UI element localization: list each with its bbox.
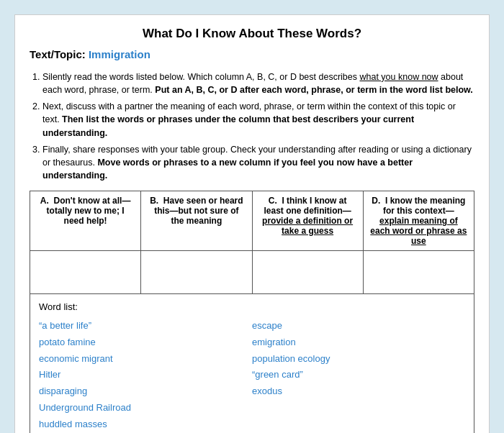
word-item: disparaging bbox=[39, 383, 252, 400]
topic-value: Immigration bbox=[89, 48, 150, 60]
instruction-3: Finally, share responses with your table… bbox=[42, 143, 474, 182]
word-item: “a better life” bbox=[39, 318, 252, 334]
word-col-1: “a better life”potato famineeconomic mig… bbox=[39, 318, 252, 432]
word-list-columns: “a better life”potato famineeconomic mig… bbox=[39, 318, 465, 432]
instruction-2: Next, discuss with a partner the meaning… bbox=[42, 100, 474, 139]
word-item: huddled masses bbox=[39, 416, 252, 433]
col-a-header: A. Don't know at all—totally new to me; … bbox=[30, 191, 141, 251]
word-list-section: Word list: “a better life”potato faminee… bbox=[30, 294, 474, 433]
topic-line: Text/Topic: Immigration bbox=[30, 48, 474, 60]
word-item: Underground Railroad bbox=[39, 400, 252, 416]
col-d-header: D. I know the meaning for this context—e… bbox=[363, 191, 474, 251]
table-header-row: A. Don't know at all—totally new to me; … bbox=[30, 191, 474, 251]
knowledge-table: A. Don't know at all—totally new to me; … bbox=[30, 191, 474, 294]
topic-label: Text/Topic: bbox=[30, 48, 86, 60]
word-item: emigration bbox=[252, 334, 465, 351]
col-b-header: B. Have seen or heard this—but not sure … bbox=[141, 191, 252, 251]
instructions: Silently read the words listed below. Wh… bbox=[30, 70, 474, 182]
col-c-header: C. I think I know at least one definitio… bbox=[252, 191, 363, 251]
word-item: economic migrant bbox=[39, 351, 252, 368]
col-c-cell bbox=[252, 251, 363, 294]
word-item: escape bbox=[252, 318, 465, 334]
table-empty-row bbox=[30, 251, 474, 294]
word-item: potato famine bbox=[39, 334, 252, 351]
word-list-label: Word list: bbox=[39, 301, 465, 312]
word-item: “green card” bbox=[252, 367, 465, 383]
col-d-cell bbox=[363, 251, 474, 294]
col-b-cell bbox=[141, 251, 252, 294]
main-container: What Do I Know About These Words? Text/T… bbox=[14, 14, 490, 433]
page-title: What Do I Know About These Words? bbox=[30, 27, 474, 41]
word-item: exodus bbox=[252, 383, 465, 400]
instruction-1: Silently read the words listed below. Wh… bbox=[42, 70, 474, 96]
word-item: population ecology bbox=[252, 351, 465, 368]
word-item: Hitler bbox=[39, 367, 252, 383]
col-a-cell bbox=[30, 251, 141, 294]
word-col-2: escapeemigrationpopulation ecology“green… bbox=[252, 318, 465, 432]
